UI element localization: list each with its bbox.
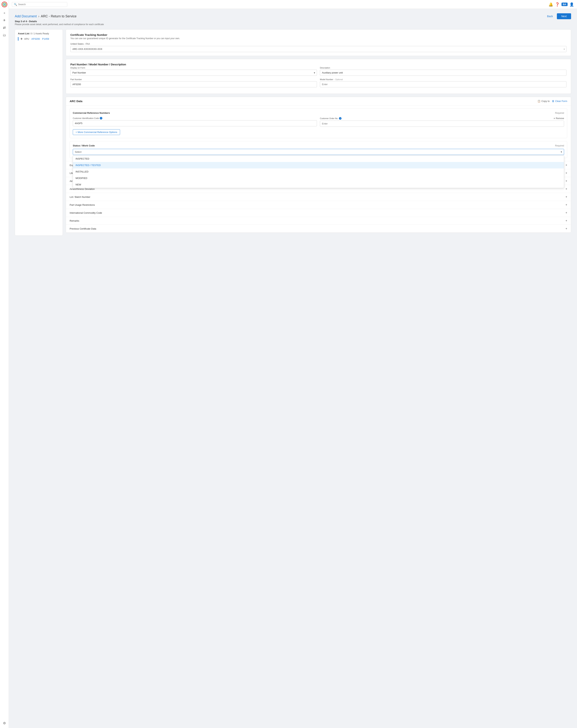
expand-icon-3: + [566,187,567,190]
dropdown-item-inspected[interactable]: INSPECTED [73,156,564,162]
notification-icon[interactable]: 🔔 [549,2,553,7]
expand-row-5[interactable]: Part Usage Restrictions+ [66,201,571,209]
content-area: Add Document › ARC - Return to Service B… [9,9,577,728]
status-work-subsection: Status / Work Code Required Select ▾ [70,141,567,158]
model-number-label: Model Number - Optional [320,78,567,80]
sidebar: ＋ ✈ ⇄ 🗂 ⚙ [0,0,9,728]
breadcrumb-sep: › [38,15,40,18]
customer-order-input[interactable] [320,121,564,127]
back-button[interactable]: Back [545,14,555,19]
customer-order-col: Customer Order No. i × Remove [320,117,564,127]
part-number-input[interactable] [70,81,317,87]
settings-icon[interactable]: ⚙ [1,720,8,727]
clear-form-button[interactable]: 🗑 Clear Form [552,100,567,103]
search-input[interactable] [18,3,65,6]
copy-to-button[interactable]: 📋 Copy to [537,100,550,103]
part-number-col: Part Number [70,78,317,87]
customer-order-info-icon[interactable]: i [339,117,342,120]
page-title: Add Document › ARC - Return to Service B… [15,13,571,19]
clear-icon: 🗑 [552,100,554,103]
arc-data-section: ARC Data 📋 Copy to 🗑 Clear Form [66,97,571,233]
user-avatar-icon[interactable]: 👤 [570,2,574,7]
commercial-ref-title: Commercial Reference Numbers [73,111,110,114]
model-number-input[interactable] [320,81,567,87]
asset-links: APU AP3200 P1459 [24,37,49,40]
expand-icon-7: + [566,219,567,223]
cert-desc: You can use our guaranteed unique ID gen… [70,37,567,40]
more-commercial-ref-button[interactable]: + More Commercial Reference Options [73,129,120,135]
asset-type-icon: ✈ [20,37,23,41]
expand-row-4[interactable]: Lot / Batch Number+ [66,193,571,201]
cert-title: Certificate Tracking Number [70,33,567,36]
arc-body: Commercial Reference Numbers Required Cu… [66,105,571,161]
search-icon: 🔍 [14,3,17,6]
status-required: Required [555,145,564,147]
dropdown-item-modified[interactable]: MODIFIED [73,175,564,181]
expand-icon-1: + [566,172,567,175]
dropdown-item-inspected-tested[interactable]: INSPECTED / TESTED [73,162,564,168]
topbar: 🔍 🔔 ❓ BA 👤 [9,0,577,9]
dropdown-item-new[interactable]: NEW [73,181,564,188]
main-content: Asset List 0 / 1 Assets Ready ✈ APU AP32… [15,29,571,236]
customer-id-col: Customer Identification Code i [73,117,317,127]
remove-x-icon: × [554,117,555,120]
authority-label: United States - FAA [70,43,567,45]
asset-item: ✈ APU AP3200 P1459 [18,37,60,41]
expand-row-7[interactable]: Remarks+ [66,217,571,225]
asset-list-status: 0 / 1 Assets Ready [30,32,49,35]
dropdown-item-installed[interactable]: INSTALLED [73,168,564,175]
help-icon[interactable]: ❓ [555,2,560,7]
next-button[interactable]: Next [557,13,571,19]
breadcrumb-link[interactable]: Add Document [15,15,37,18]
customer-id-info-icon[interactable]: i [100,117,102,120]
copy-icon: 📋 [537,100,541,103]
status-dropdown-menu: INSPECTED INSPECTED / TESTED INSTALLED M… [73,155,564,188]
description-label: Description [320,67,567,69]
status-dropdown-trigger[interactable]: Select ▾ [73,149,564,155]
more-ref-container: + More Commercial Reference Options [73,129,564,135]
certificate-card: Certificate Tracking Number You can use … [66,29,571,56]
expand-icon-2: + [566,179,567,183]
step-desc: Please provide asset detail, work perfor… [15,23,571,26]
commercial-ref-header: Commercial Reference Numbers Required [73,111,564,114]
plane-icon[interactable]: ✈ [1,17,8,24]
app-logo [1,1,7,7]
tracking-number-input[interactable] [70,46,567,52]
customer-id-input[interactable] [73,120,317,126]
part-number-row2: Part Number Model Number - Optional [70,78,567,87]
user-badge: BA [561,3,568,6]
svg-point-2 [4,4,5,5]
breadcrumb-current: ARC - Return to Service [41,15,76,18]
asset-list-title: Asset List [18,32,29,35]
asset-link-serial[interactable]: P1459 [42,37,49,40]
asset-link-part[interactable]: AP3200 [31,37,40,40]
expand-row-8[interactable]: Previous Certificate Data+ [66,225,571,233]
tracking-number-field: × [70,46,567,52]
arc-header: ARC Data 📋 Copy to 🗑 Clear Form [66,97,571,105]
description-input[interactable] [320,70,567,76]
part-number-title: Part Number / Model Number / Description [70,63,567,66]
expand-icon-8: + [566,227,567,230]
route-icon[interactable]: ⇄ [1,24,8,31]
display-select[interactable]: Part Number [70,70,317,76]
expand-icon-5: + [566,203,567,206]
topbar-icons: 🔔 ❓ BA 👤 [549,2,574,7]
expand-row-6[interactable]: International Commodity Code+ [66,209,571,217]
model-number-col: Model Number - Optional [320,78,567,87]
tracking-clear-icon[interactable]: × [563,48,565,51]
expand-icon-4: + [566,195,567,199]
customer-id-label: Customer Identification Code i [73,117,317,120]
part-number-row1: Display on Form Part Number Description [70,67,567,76]
add-icon[interactable]: ＋ [1,9,8,16]
customer-order-label: Customer Order No. i × Remove [320,117,564,120]
commercial-ref-fields: Customer Identification Code i [73,117,564,127]
expand-icon-6: + [566,211,567,214]
commercial-ref-subsection: Commercial Reference Numbers Required Cu… [70,108,567,138]
asset-list-header: Asset List 0 / 1 Assets Ready [18,32,60,35]
search-box[interactable]: 🔍 [12,2,67,7]
status-header: Status / Work Code Required [73,144,564,147]
description-col: Description [320,67,567,76]
remove-button[interactable]: × Remove [554,117,564,120]
display-form-col: Display on Form Part Number [70,67,317,76]
folder-icon[interactable]: 🗂 [1,32,8,38]
